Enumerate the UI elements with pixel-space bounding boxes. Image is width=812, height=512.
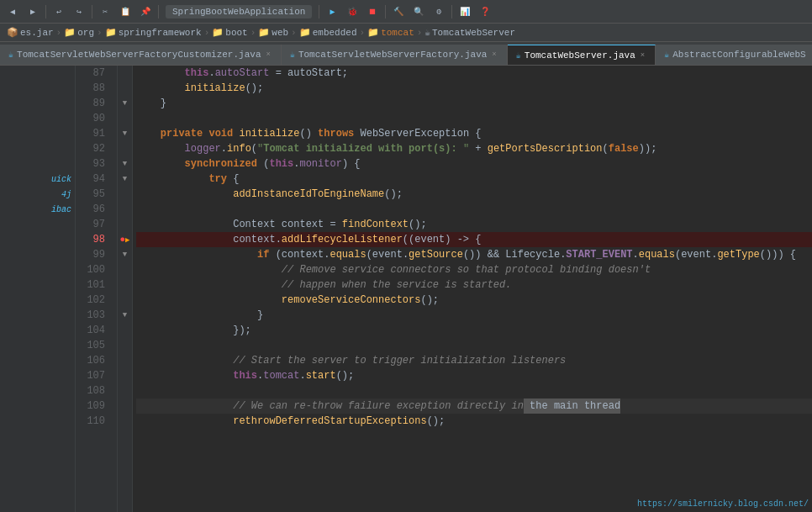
ln-101: 101 <box>76 277 110 293</box>
ln-100: 100 <box>76 262 110 277</box>
breadcrumb-tomcat[interactable]: 📁 tomcat <box>367 27 414 38</box>
tabs-bar: ☕ TomcatServletWebServerFactoryCustomize… <box>0 42 812 66</box>
code-line-91: private void initialize() throws WebServ… <box>136 126 812 141</box>
sep2 <box>92 5 92 18</box>
code-line-109: // We can re-throw failure exception dir… <box>136 399 812 414</box>
fold-icon-94[interactable]: ▼ <box>123 175 127 183</box>
fold-icon-89[interactable]: ▼ <box>123 99 127 108</box>
tab-close-factory[interactable]: × <box>490 50 498 60</box>
sep: › <box>417 28 423 38</box>
code-line-90 <box>136 111 812 126</box>
sep6 <box>451 5 452 18</box>
project-name[interactable]: SpringBootWebApplication <box>166 5 312 18</box>
profile-btn[interactable]: 📊 <box>456 3 474 21</box>
tab-customizer[interactable]: ☕ TomcatServletWebServerFactoryCustomize… <box>0 45 282 65</box>
gutter-96 <box>118 202 132 217</box>
code-content[interactable]: this.autoStart = autoStart; initialize()… <box>133 66 812 512</box>
gutter-106 <box>118 353 132 368</box>
breadcrumb-springframework[interactable]: 📁 springframework <box>105 27 202 38</box>
ln-110: 110 <box>76 414 110 429</box>
code-line-95: addInstanceIdToEngineName(); <box>136 187 812 202</box>
breadcrumb: 📦 es.jar › 📁 org › 📁 springframework › 📁… <box>0 24 812 42</box>
editor-container: uick 4j ibac 87 88 89 90 91 92 93 94 95 … <box>0 66 812 512</box>
build-btn[interactable]: 🔨 <box>389 3 408 21</box>
fold-icon-103[interactable]: ▼ <box>123 311 127 319</box>
sep5 <box>385 5 386 18</box>
ln-87: 87 <box>76 66 110 81</box>
ln-95: 95 <box>76 187 110 202</box>
code-line-110: rethrowDeferredStartupExceptions(); <box>136 414 812 429</box>
gutter-100 <box>118 262 132 277</box>
pkg-icon: 📁 <box>105 27 117 38</box>
ln-107: 107 <box>76 368 110 383</box>
code-line-103: } <box>136 308 812 323</box>
ln-103: 103 <box>76 308 110 323</box>
sep3 <box>158 5 159 18</box>
code-line-108 <box>136 383 812 399</box>
redo-btn[interactable]: ↪ <box>70 3 88 21</box>
search-btn[interactable]: 🔍 <box>409 3 428 21</box>
tab-abstract[interactable]: ☕ AbstractConfigurableWebS <box>656 45 812 65</box>
stop-btn[interactable]: ⏹ <box>363 3 382 21</box>
tab-tomcatwebserver[interactable]: ☕ TomcatWebServer.java × <box>508 45 656 65</box>
back-btn[interactable]: ◀ <box>3 3 22 21</box>
tab-factory[interactable]: ☕ TomcatServletWebServerFactory.java × <box>282 45 508 65</box>
ln-105: 105 <box>76 338 110 353</box>
toolbar: ◀ ▶ ↩ ↪ ✂ 📋 📌 SpringBootWebApplication ▶… <box>0 0 812 24</box>
ln-104: 104 <box>76 323 110 338</box>
settings-btn[interactable]: ⚙ <box>430 3 448 21</box>
cut-btn[interactable]: ✂ <box>96 3 114 21</box>
sep: › <box>204 28 210 38</box>
help-btn[interactable]: ❓ <box>476 3 494 21</box>
sep: › <box>250 28 256 38</box>
paste-btn[interactable]: 📌 <box>136 3 155 21</box>
fold-icon-93[interactable]: ▼ <box>123 160 127 168</box>
gutter-103: ▼ <box>118 308 132 323</box>
breadcrumb-web[interactable]: 📁 web <box>258 27 288 38</box>
code-line-102: removeServiceConnectors(); <box>136 293 812 308</box>
ln-94: 94 <box>76 172 110 187</box>
sep: › <box>97 28 103 38</box>
ln-102: 102 <box>76 293 110 308</box>
gutter-90 <box>118 111 132 126</box>
fold-icon-99[interactable]: ▼ <box>123 251 127 259</box>
ln-108: 108 <box>76 383 110 399</box>
pkg-icon: 📁 <box>258 27 270 38</box>
gutter-91: ▼ <box>118 126 132 141</box>
run-btn[interactable]: ▶ <box>323 3 341 21</box>
copy-btn[interactable]: 📋 <box>116 3 134 21</box>
breadcrumb-class[interactable]: ☕ TomcatWebServer <box>424 27 515 38</box>
code-line-96 <box>136 202 812 217</box>
breadcrumb-embedded[interactable]: 📁 embedded <box>299 27 357 38</box>
ln-91: 91 <box>76 126 110 141</box>
breadcrumb-org[interactable]: 📁 org <box>64 27 94 38</box>
sep: › <box>291 28 297 38</box>
debug-btn[interactable]: 🐞 <box>343 3 361 21</box>
code-line-94: try { <box>136 172 812 187</box>
java-icon: ☕ <box>290 50 295 60</box>
forward-btn[interactable]: ▶ <box>24 3 42 21</box>
gutter-98: ●▶ <box>118 232 132 247</box>
ln-93: 93 <box>76 156 110 172</box>
fold-icon-91[interactable]: ▼ <box>123 129 127 138</box>
tab-close-customizer[interactable]: × <box>264 50 272 60</box>
gutter-icons: ▼ ▼ ▼ ▼ ●▶ ▼ ▼ <box>118 66 133 512</box>
pkg-icon: 📁 <box>64 27 76 38</box>
breakpoint-icon-98[interactable]: ● <box>119 235 125 245</box>
breadcrumb-jar[interactable]: 📦 es.jar <box>7 27 54 38</box>
ln-88: 88 <box>76 81 110 96</box>
ln-99: 99 <box>76 247 110 262</box>
ln-98: 98 <box>76 232 110 247</box>
undo-btn[interactable]: ↩ <box>50 3 68 21</box>
java-icon: ☕ <box>516 50 521 61</box>
gutter-101 <box>118 277 132 293</box>
gutter-108 <box>118 383 132 399</box>
code-line-104: }); <box>136 323 812 338</box>
tab-close-tomcatwebserver[interactable]: × <box>639 50 646 61</box>
breadcrumb-boot[interactable]: 📁 boot <box>212 27 247 38</box>
code-line-93: synchronized (this.monitor) { <box>136 156 812 172</box>
sep4 <box>319 5 319 18</box>
ln-92: 92 <box>76 141 110 156</box>
code-line-87: this.autoStart = autoStart; <box>136 66 812 81</box>
gutter-95 <box>118 187 132 202</box>
